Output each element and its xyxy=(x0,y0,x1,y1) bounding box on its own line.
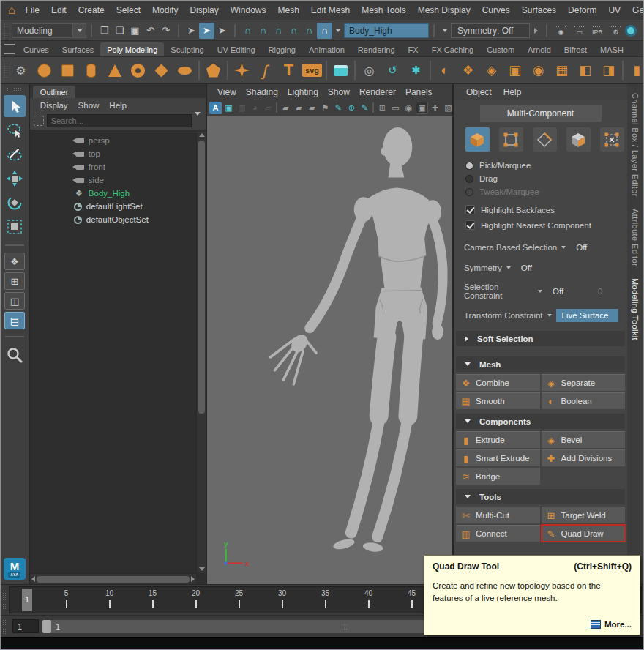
vertical-scrollbar[interactable] xyxy=(196,132,206,572)
quad-draw-button[interactable]: ✎Quad Draw xyxy=(542,525,626,542)
drag-handle[interactable] xyxy=(4,23,9,38)
reset-transformations-icon[interactable]: ↺ xyxy=(382,60,403,81)
poly-cylinder-icon[interactable] xyxy=(80,60,102,81)
separate-button[interactable]: ◈Separate xyxy=(542,374,626,391)
rotate-tool-icon[interactable] xyxy=(4,192,26,214)
current-frame-marker[interactable]: 1 xyxy=(22,589,32,611)
film-gate-icon[interactable]: ▭ xyxy=(389,102,402,114)
pencil-icon[interactable]: ✎ xyxy=(332,102,345,114)
checkbox-icon[interactable] xyxy=(465,205,475,214)
four-view-layout-icon[interactable]: ❖ xyxy=(4,253,25,270)
selection-box-icon[interactable] xyxy=(34,116,44,126)
poly-cone-icon[interactable] xyxy=(104,60,125,81)
pan-zoom-icon[interactable]: ⊕ xyxy=(345,102,358,114)
menu-item[interactable]: Select xyxy=(111,5,146,15)
shelf-tab[interactable]: Sculpting xyxy=(164,42,210,56)
checkbox-option[interactable]: Highlight Nearest Component xyxy=(454,217,627,233)
open-scene-icon[interactable]: ❏ xyxy=(112,23,127,39)
lock-camera-icon[interactable]: ▰ xyxy=(293,102,305,114)
viewport-canvas[interactable]: y x xyxy=(207,116,452,584)
snap-to-curves-icon[interactable]: ∩ xyxy=(255,23,271,39)
range-center-grip[interactable] xyxy=(341,624,348,630)
menu-item[interactable]: Surfaces xyxy=(516,5,562,15)
divider[interactable] xyxy=(372,102,375,114)
bridge-button[interactable]: ≋Bridge xyxy=(456,468,540,485)
scroll-left-icon[interactable] xyxy=(31,576,35,582)
dropdown-value[interactable]: Off xyxy=(570,242,613,253)
viewport-menu-item[interactable]: Lighting xyxy=(283,87,323,97)
select-tool-icon[interactable] xyxy=(4,95,26,117)
center-pivot-icon[interactable]: ◎ xyxy=(359,60,380,81)
scrollbar-thumb[interactable] xyxy=(198,141,205,414)
live-object-field[interactable]: Body_High xyxy=(344,23,429,38)
render-settings-icon[interactable]: ⚙ xyxy=(607,23,625,39)
tooltip-more-link[interactable]: More... xyxy=(604,620,632,629)
poly-plane-icon[interactable] xyxy=(151,60,172,81)
menu-item[interactable]: Deform xyxy=(562,5,602,15)
toolkit-menu-item[interactable]: Object xyxy=(461,87,497,97)
scrollbar-thumb[interactable] xyxy=(37,576,190,583)
snap-to-view-planes-icon[interactable]: ∩ xyxy=(302,23,317,39)
chevron-down-icon[interactable] xyxy=(547,314,552,317)
radio-icon[interactable] xyxy=(465,175,473,183)
outliner-item[interactable]: Body_High xyxy=(30,187,206,200)
menu-item[interactable]: File xyxy=(20,5,45,15)
mesh-section-header[interactable]: Mesh xyxy=(456,356,625,372)
shelf-menu-icon[interactable] xyxy=(4,44,15,54)
tools-section-header[interactable]: Tools xyxy=(456,489,625,504)
side-tab[interactable]: Attribute Editor xyxy=(631,209,640,266)
select-by-object-icon[interactable]: ➤ xyxy=(199,23,214,39)
extrude-button[interactable]: ▮Extrude xyxy=(456,431,540,448)
connect-button[interactable]: ▥Connect xyxy=(456,525,540,542)
render-current-frame-icon[interactable]: ▭ xyxy=(570,23,588,39)
grid-icon[interactable]: ⊞ xyxy=(376,102,389,114)
divider[interactable] xyxy=(275,102,279,114)
resolution-gate-icon[interactable]: ◉ xyxy=(402,102,415,114)
select-by-component-icon[interactable]: ➤ xyxy=(214,23,230,39)
menu-item[interactable]: Edit xyxy=(45,5,72,15)
dropdown-value[interactable]: Off xyxy=(547,285,589,297)
menu-item[interactable]: Generate xyxy=(626,5,643,15)
scale-tool-icon[interactable] xyxy=(4,216,26,238)
subdivide-mesh-icon[interactable]: ▦ xyxy=(551,60,572,81)
letter-a-toggle-icon[interactable]: A xyxy=(209,102,222,114)
shelf-tab[interactable]: Bifrost xyxy=(558,42,594,56)
side-tab[interactable]: Modeling Toolkit xyxy=(631,278,640,340)
viewport-menu-item[interactable]: Renderer xyxy=(355,87,400,97)
scroll-right-icon[interactable] xyxy=(191,576,195,582)
dropdown-value[interactable]: Off xyxy=(515,262,558,274)
redo-icon[interactable]: ↷ xyxy=(158,23,173,39)
poly-cube-icon[interactable] xyxy=(57,60,78,81)
bevel-button[interactable]: ◈Bevel xyxy=(542,431,626,448)
menu-item[interactable]: Mesh xyxy=(272,5,304,15)
menu-item[interactable]: Display xyxy=(184,5,224,15)
textured-mode-icon[interactable]: ▱ xyxy=(262,102,274,114)
grease-pencil-icon[interactable]: ✎ xyxy=(359,102,371,114)
shelf-tab[interactable]: Arnold xyxy=(521,42,558,56)
magnifier-icon[interactable] xyxy=(4,344,26,366)
extract-icon[interactable]: ▣ xyxy=(504,60,525,81)
menu-item[interactable]: Mesh Display xyxy=(412,5,476,15)
outliner-item[interactable]: top xyxy=(30,147,206,160)
menu-item[interactable]: Modify xyxy=(146,5,184,15)
field-chart-icon[interactable]: ✚ xyxy=(429,102,441,114)
shelf-tab[interactable]: Poly Modeling xyxy=(100,42,164,56)
select-camera-icon[interactable]: ▰ xyxy=(280,102,292,114)
shelf-tab[interactable]: Custom xyxy=(480,42,521,56)
shelf-tab[interactable]: Rigging xyxy=(262,42,302,56)
frame-selected-icon[interactable]: ▣ xyxy=(222,102,235,114)
shelf-separator[interactable] xyxy=(429,60,432,81)
paint-select-tool-icon[interactable] xyxy=(4,143,26,165)
outliner-item[interactable]: side xyxy=(30,173,206,187)
outliner-menu-item[interactable]: Show xyxy=(74,101,104,110)
snap-to-grids-icon[interactable]: ∩ xyxy=(240,23,255,39)
outliner-menu-item[interactable]: Display xyxy=(36,101,72,110)
snap-to-points-icon[interactable]: ∩ xyxy=(271,23,286,39)
shelf-separator[interactable] xyxy=(198,60,201,81)
menu-item[interactable]: UV xyxy=(602,5,626,15)
shaded-mode-icon[interactable]: ◕ xyxy=(249,102,261,114)
shelf-separator[interactable] xyxy=(325,60,328,81)
viewport-menu-item[interactable]: Shading xyxy=(242,87,282,97)
camera-attributes-icon[interactable]: ▰ xyxy=(306,102,318,114)
ui-window-icon[interactable] xyxy=(330,60,351,81)
